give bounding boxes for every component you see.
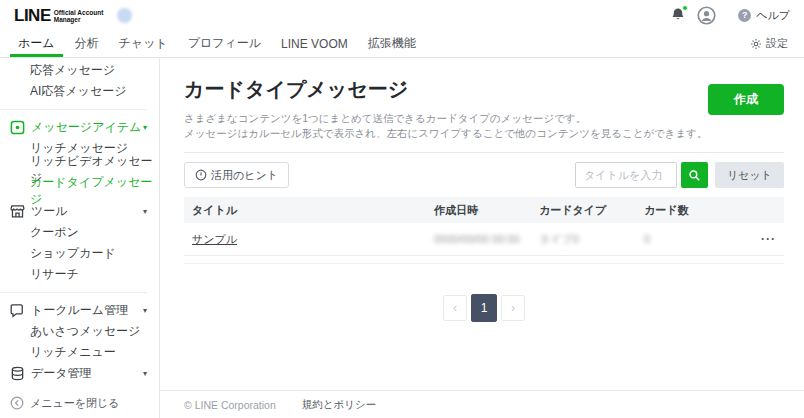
pagination-next-button[interactable]: › [501,295,525,321]
sidebar-item-reply-message[interactable]: 応答メッセージ [0,60,159,81]
main-footer: © LINE Corporation 規約とポリシー [160,390,804,418]
chevron-down-icon: ▾ [143,369,147,378]
tab-extensions[interactable]: 拡張機能 [358,30,426,57]
sidebar-divider [0,109,147,110]
main-content: カードタイプメッセージ 作成 さまざまなコンテンツを1つにまとめて送信できるカー… [160,58,804,418]
store-icon [10,204,25,219]
search-group: リセット [575,162,784,188]
row-title-cell: サンプル [184,232,434,247]
sidebar-menu: 応答メッセージAI応答メッセージメッセージアイテム▾リッチメッセージリッチビデオ… [0,58,159,405]
tab-home[interactable]: ホーム [8,30,65,57]
chevron-down-icon: ▾ [143,123,147,132]
nav-tabs: ホーム分析チャットプロフィールLINE VOOM拡張機能 [8,30,426,57]
divider [184,152,784,153]
database-icon [10,366,25,381]
table-footer-spacer [184,256,784,264]
sidebar-item-label: リサーチ [30,266,79,283]
main-nav: ホーム分析チャットプロフィールLINE VOOM拡張機能 設定 [0,30,804,58]
sidebar: 応答メッセージAI応答メッセージメッセージアイテム▾リッチメッセージリッチビデオ… [0,58,160,418]
message-item-icon [10,120,25,135]
user-avatar[interactable] [697,6,716,25]
arrow-left-circle-icon [10,396,24,410]
table-header-row: タイトル作成日時カードタイプカード数 [184,197,784,223]
search-icon [688,169,701,182]
sidebar-item-message-item[interactable]: メッセージアイテム▾ [0,117,159,138]
policy-link[interactable]: 規約とポリシー [302,398,376,412]
page-title: カードタイプメッセージ [184,76,784,103]
tab-profile[interactable]: プロフィール [178,30,271,57]
card-count-blurred: 0 [644,233,650,245]
row-actions-cell: ··· [734,232,784,246]
sidebar-divider [0,292,147,293]
line-logo[interactable]: LINE Official AccountManager [14,7,103,24]
line-logo-subtext: Official AccountManager [54,9,104,23]
chevron-down-icon: ▾ [143,306,147,315]
help-icon: ? [738,9,751,22]
table-body: サンプル0000/00/00 00:00タイプ00··· [184,223,784,256]
column-header: 作成日時 [434,203,539,218]
chevron-down-icon: ▾ [143,207,147,216]
close-menu-button[interactable]: メニューを閉じる [0,388,159,418]
sidebar-item-label: データ管理 [31,365,92,382]
sidebar-item-rich-menu[interactable]: リッチメニュー [0,342,159,363]
hint-button[interactable]: 活用のヒント [184,162,289,188]
row-more-button[interactable]: ··· [761,232,776,246]
gear-icon [750,38,762,50]
search-button[interactable] [681,162,708,188]
sidebar-item-talkroom-management[interactable]: トークルーム管理▾ [0,300,159,321]
account-badge-blurred[interactable] [117,8,132,23]
create-button[interactable]: 作成 [708,84,784,115]
sidebar-item-label: リッチメニュー [30,344,116,361]
copyright-text: © LINE Corporation [184,399,276,411]
tab-analytics[interactable]: 分析 [65,30,109,57]
sidebar-item-shop-card[interactable]: ショップカード [0,243,159,264]
column-header: タイトル [184,203,434,218]
sidebar-item-data-management[interactable]: データ管理▾ [0,363,159,384]
tab-line-voom[interactable]: LINE VOOM [271,30,358,57]
toolbar: 活用のヒント リセット [184,162,784,188]
sidebar-item-card-type-message[interactable]: カードタイプメッセージ [0,180,159,201]
column-header: カードタイプ [539,203,644,218]
pagination: ‹ 1 › [184,294,784,322]
message-table: タイトル作成日時カードタイプカード数 サンプル0000/00/00 00:00タ… [184,197,784,264]
sidebar-item-label: トークルーム管理 [31,302,128,319]
talkroom-icon [10,303,25,318]
row-cardtype-cell: タイプ0 [539,232,644,247]
header-actions: ? ヘルプ [670,6,790,25]
line-logo-text: LINE [14,7,51,24]
app-header: LINE Official AccountManager ? ヘルプ [0,0,804,30]
row-cardcount-cell: 0 [644,233,734,245]
table-row: サンプル0000/00/00 00:00タイプ00··· [184,223,784,256]
help-label: ヘルプ [756,8,790,23]
hint-icon [195,169,207,181]
page-description: さまざまなコンテンツを1つにまとめて送信できるカードタイプのメッセージです。 メ… [184,111,784,141]
row-title-link[interactable]: サンプル [192,232,237,247]
notification-dot [682,5,688,11]
created-at-blurred: 0000/00/00 00:00 [434,233,520,245]
sidebar-item-label: あいさつメッセージ [30,323,140,340]
close-menu-label: メニューを閉じる [30,396,120,411]
sidebar-item-greeting-message[interactable]: あいさつメッセージ [0,321,159,342]
sidebar-item-label: メッセージアイテム [31,119,141,136]
sidebar-item-coupon[interactable]: クーポン [0,222,159,243]
sidebar-item-label: クーポン [30,224,79,241]
sidebar-item-label: AI応答メッセージ [30,83,126,100]
pagination-page-1[interactable]: 1 [471,294,497,322]
settings-label: 設定 [766,36,788,51]
notification-bell-icon[interactable] [670,7,686,23]
sidebar-item-label: 応答メッセージ [30,62,115,79]
sidebar-item-research[interactable]: リサーチ [0,264,159,285]
search-input[interactable] [575,162,677,188]
sidebar-item-ai-reply-message[interactable]: AI応答メッセージ [0,81,159,102]
reset-button[interactable]: リセット [715,162,784,188]
card-type-blurred: タイプ0 [539,232,579,247]
sidebar-item-label: ショップカード [30,245,116,262]
row-created-cell: 0000/00/00 00:00 [434,233,539,245]
sidebar-item-label: ツール [31,203,68,220]
settings-button[interactable]: 設定 [750,30,796,57]
column-header: カード数 [644,203,734,218]
pagination-prev-button[interactable]: ‹ [443,295,467,321]
help-button[interactable]: ? ヘルプ [738,8,790,23]
tab-chat[interactable]: チャット [109,30,178,57]
